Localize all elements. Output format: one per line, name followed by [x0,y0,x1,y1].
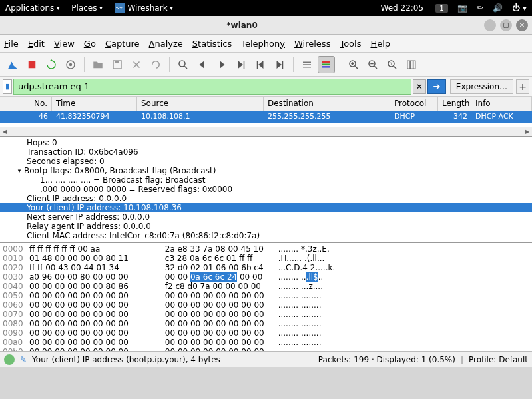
reload-button[interactable] [147,56,164,73]
menu-tools[interactable]: Tools [340,39,361,49]
collapse-icon[interactable]: ▾ [15,167,24,174]
menu-analyze[interactable]: Analyze [149,39,183,49]
menu-help[interactable]: Help [370,39,390,49]
packet-row[interactable]: 46 41.832350794 10.108.108.1 255.255.255… [0,111,532,123]
places-menu[interactable]: Places▾ [71,3,102,13]
resize-columns-button[interactable] [403,56,420,73]
scroll-left-icon[interactable]: ◀ [0,128,9,136]
column-header-source[interactable]: Source [137,97,264,111]
clock[interactable]: Wed 22:05 [381,3,424,13]
detail-line[interactable]: Next server IP address: 0.0.0.0 [0,212,532,222]
status-profile[interactable]: Profile: Default [469,355,528,364]
display-filter-bar: ▮ ✕ ➔ Expression… + [0,77,532,97]
display-filter-input[interactable] [13,79,411,95]
menu-view[interactable]: View [54,39,75,49]
find-packet-button[interactable] [174,56,192,73]
scroll-right-icon[interactable]: ▶ [523,128,532,136]
zoom-in-button[interactable] [345,56,362,73]
restart-capture-button[interactable] [43,56,60,73]
hex-row[interactable]: 006000 00 00 00 00 00 00 00 00 00 00 00 … [3,300,529,310]
add-filter-button[interactable]: + [516,79,529,94]
save-file-button[interactable] [109,56,126,73]
column-header-destination[interactable]: Destination [264,97,390,111]
go-forward-button[interactable] [213,56,230,73]
hex-row[interactable]: 001001 48 00 00 00 00 80 11 c3 28 0a 6c … [3,254,529,263]
menubar: File Edit View Go Capture Analyze Statis… [0,35,532,53]
goto-packet-button[interactable] [232,56,250,73]
column-header-no[interactable]: No. [0,97,52,111]
hex-row[interactable]: 004000 00 00 00 00 00 80 86 f2 c8 d0 7a … [3,282,529,291]
close-file-button[interactable] [128,56,145,73]
window-minimize-button[interactable]: ─ [484,19,496,31]
status-packet-count: Packets: 199 · Displayed: 1 (0.5%) [318,355,455,364]
detail-line[interactable]: Hops: 0 [0,138,532,147]
applications-menu[interactable]: Applications▾ [5,3,59,13]
svg-rect-20 [411,61,413,69]
detail-line[interactable]: .000 0000 0000 0000 = Reserved flags: 0x… [0,185,532,194]
filter-clear-button[interactable]: ✕ [413,79,426,94]
window-maximize-button[interactable]: ▢ [500,19,512,31]
stop-capture-button[interactable] [23,56,41,73]
open-file-button[interactable] [89,56,107,73]
zoom-out-button[interactable] [364,56,382,73]
desktop-top-bar: Applications▾ Places▾ 〰Wireshark▾ Wed 22… [0,0,532,16]
menu-go[interactable]: Go [84,39,96,49]
expression-builder-button[interactable]: Expression… [450,79,513,94]
detail-line[interactable]: Transaction ID: 0x6bc4a096 [0,147,532,157]
network-icon[interactable]: ✏ [477,3,483,13]
filter-bookmark-button[interactable]: ▮ [3,79,12,94]
hex-row[interactable]: 009000 00 00 00 00 00 00 00 00 00 00 00 … [3,328,529,338]
power-icon[interactable]: ⏻ ▾ [512,3,527,13]
packet-list-header: No. Time Source Destination Protocol Len… [0,97,532,111]
detail-line[interactable]: Client IP address: 0.0.0.0 [0,194,532,203]
menu-wireless[interactable]: Wireless [294,39,330,49]
packet-bytes-pane[interactable]: 0000ff ff ff ff ff ff 00 aa 2a e8 33 7a … [0,243,532,351]
wireshark-taskbar-item[interactable]: 〰Wireshark▾ [115,3,173,13]
column-header-time[interactable]: Time [52,97,137,111]
hex-row[interactable]: 0000ff ff ff ff ff ff 00 aa 2a e8 33 7a … [3,244,529,254]
shark-fin-icon[interactable] [4,56,21,73]
detail-line[interactable]: Client MAC address: IntelCor_c8:d0:7a (8… [0,231,532,240]
main-toolbar: 1 [0,53,532,77]
detail-line-expandable[interactable]: ▾Bootp flags: 0x8000, Broadcast flag (Br… [0,166,532,175]
menu-edit[interactable]: Edit [28,39,45,49]
go-back-button[interactable] [194,56,211,73]
hex-row[interactable]: 0030a0 96 00 00 80 00 00 00 00 00 0a 6c … [3,272,529,282]
workspace-indicator[interactable]: 1 [435,4,448,13]
menu-file[interactable]: File [4,39,19,49]
menu-telephony[interactable]: Telephony [241,39,285,49]
detail-line[interactable]: 1... .... .... .... = Broadcast flag: Br… [0,175,532,185]
hex-row[interactable]: 00a000 00 00 00 00 00 00 00 00 00 00 00 … [3,338,529,347]
svg-point-5 [179,61,185,67]
detail-line-selected[interactable]: Your (client) IP address: 10.108.108.36 [0,203,532,212]
hex-row[interactable]: 008000 00 00 00 00 00 00 00 00 00 00 00 … [3,319,529,328]
menu-capture[interactable]: Capture [105,39,140,49]
column-header-length[interactable]: Length [438,97,471,111]
menu-statistics[interactable]: Statistics [192,39,232,49]
auto-scroll-button[interactable] [298,56,316,73]
packet-details-pane[interactable]: Hops: 0 Transaction ID: 0x6bc4a096 Secon… [0,137,532,243]
filter-apply-button[interactable]: ➔ [427,79,446,94]
window-close-button[interactable]: ✕ [516,19,528,31]
hex-row[interactable]: 0020ff ff 00 43 00 44 01 34 32 d0 02 01 … [3,263,529,272]
goto-first-button[interactable] [252,56,269,73]
svg-rect-14 [322,66,330,67]
capture-options-button[interactable] [62,56,79,73]
colorize-button[interactable] [318,56,335,73]
hex-row[interactable]: 007000 00 00 00 00 00 00 00 00 00 00 00 … [3,310,529,319]
svg-text:1: 1 [390,61,392,65]
packet-list-hscrollbar[interactable]: ◀ ▶ [0,127,532,136]
column-header-protocol[interactable]: Protocol [390,97,438,111]
camera-icon[interactable]: 📷 [457,3,467,13]
goto-last-button[interactable] [271,56,288,73]
capture-file-icon[interactable]: ✎ [20,355,27,364]
column-header-info[interactable]: Info [471,97,532,111]
volume-icon[interactable]: 🔊 [493,3,503,13]
detail-line[interactable]: Relay agent IP address: 0.0.0.0 [0,222,532,231]
svg-rect-13 [322,63,330,65]
detail-line[interactable]: Seconds elapsed: 0 [0,157,532,166]
svg-rect-8 [282,61,284,69]
zoom-reset-button[interactable]: 1 [384,56,401,73]
expert-info-icon[interactable] [4,354,15,365]
hex-row[interactable]: 005000 00 00 00 00 00 00 00 00 00 00 00 … [3,291,529,300]
